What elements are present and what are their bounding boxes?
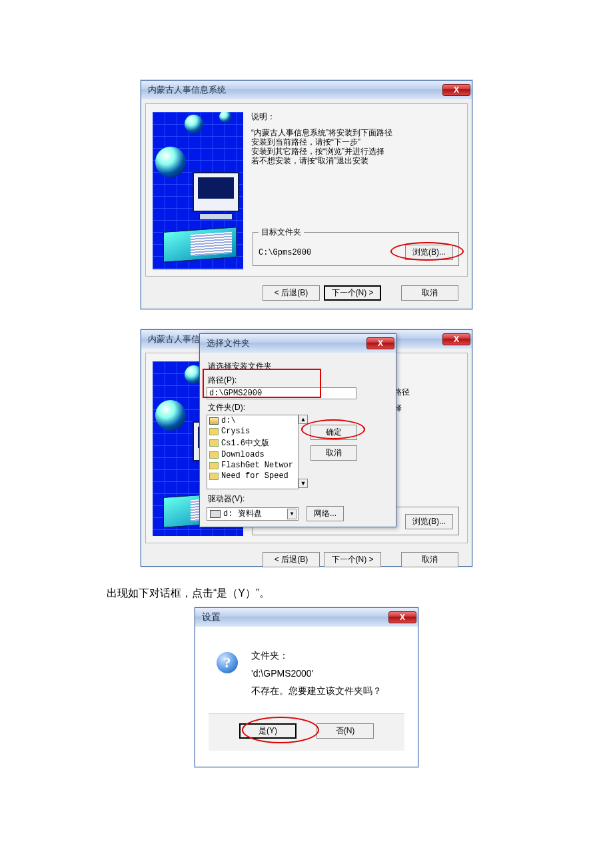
path-label: 路径(P): <box>208 375 389 386</box>
wizard-footer: < 后退(B) 下一个(N) > 取消 <box>145 547 468 571</box>
explain-line: 若不想安装，请按“取消”退出安装 <box>251 156 460 165</box>
message-line: 不存在。您要建立该文件夹吗？ <box>251 682 404 700</box>
folders-label: 文件夹(D): <box>208 402 389 413</box>
list-item-label: d:\ <box>221 416 236 425</box>
folder-icon <box>209 451 219 459</box>
browse-button[interactable]: 浏览(B)... <box>405 514 453 529</box>
document-caption: 出现如下对话框，点击“是（Y）”。 <box>0 587 613 601</box>
message-line: 文件夹： <box>251 647 404 665</box>
no-button[interactable]: 否(N) <box>316 723 374 739</box>
next-button[interactable]: 下一个(N) > <box>324 285 381 301</box>
list-item[interactable]: Need for Speed <box>207 471 298 481</box>
explain-heading: 说明： <box>251 112 460 121</box>
back-button[interactable]: < 后退(B) <box>263 552 320 567</box>
explain-line: “内蒙古人事信息系统”将安装到下面路径 <box>251 128 460 137</box>
back-button[interactable]: < 后退(B) <box>263 285 320 301</box>
list-item[interactable]: d:\ <box>207 415 298 426</box>
installer-body: 说明： “内蒙古人事信息系统”将安装到下面路径 安装到当前路径，请按“下一步” … <box>145 103 468 277</box>
monitor-icon <box>193 172 239 212</box>
cancel-button[interactable]: 取消 <box>401 285 458 301</box>
network-button[interactable]: 网络... <box>306 506 344 521</box>
target-folder-fieldset: 目标文件夹 C:\Gpms2000 浏览(B)... <box>253 227 459 266</box>
list-item-label: FlashGet Networ <box>221 461 293 470</box>
explain-line: 安装到其它路径，按“浏览”并进行选择 <box>251 147 460 156</box>
cancel-button[interactable]: 取消 <box>401 552 458 567</box>
titlebar: 选择文件夹 X <box>200 334 396 353</box>
next-button[interactable]: 下一个(N) > <box>324 552 381 567</box>
keyboard-icon <box>163 227 237 263</box>
dialog-title: 选择文件夹 <box>207 337 366 349</box>
close-icon[interactable]: X <box>442 84 470 96</box>
dialog-body: ? 文件夹： 'd:\GPMS2000' 不存在。您要建立该文件夹吗？ 是(Y)… <box>195 627 418 767</box>
scroll-up-icon[interactable]: ▲ <box>299 415 308 424</box>
list-item[interactable]: Downloads <box>207 449 298 460</box>
folder-icon <box>209 439 219 447</box>
titlebar: 内蒙古人事信息系统 X <box>141 81 472 99</box>
close-icon[interactable]: X <box>388 611 416 623</box>
window-title: 内蒙古人事信息系统 <box>148 84 442 96</box>
target-path: C:\Gpms2000 <box>259 248 405 257</box>
select-folder-dialog: 选择文件夹 X 请选择安装文件夹 路径(P): 文件夹(D): d:\ Crys… <box>199 333 396 527</box>
installer-step-window: 内蒙古人事信息系统 X 说明： “内蒙古人事信息系统”将安装到下面路径 安装到当… <box>141 80 472 309</box>
question-icon: ? <box>217 652 238 673</box>
dialog-title: 设置 <box>202 611 388 623</box>
installer-side-image <box>153 112 243 269</box>
folder-icon <box>209 473 219 480</box>
ok-button[interactable]: 确定 <box>310 425 357 440</box>
list-item[interactable]: Cs1.6中文版 <box>207 437 298 449</box>
list-item-label: Crysis <box>221 427 250 436</box>
close-icon[interactable]: X <box>442 333 470 345</box>
list-item-label: Cs1.6中文版 <box>221 437 269 449</box>
drive-icon <box>209 417 219 425</box>
scroll-down-icon[interactable]: ▼ <box>299 479 308 488</box>
target-legend: 目标文件夹 <box>259 227 304 238</box>
browse-button[interactable]: 浏览(B)... <box>405 245 453 260</box>
chevron-down-icon[interactable]: ▾ <box>287 509 297 519</box>
installer-with-folder-dialog: 内蒙古人事信 X 面路径 选择 浏览(B)... < 后退(B) 下一个(N) … <box>141 329 472 567</box>
explain-line: 安装到当前路径，请按“下一步” <box>251 137 460 147</box>
yes-button[interactable]: 是(Y) <box>239 723 297 739</box>
explain-text: 说明： “内蒙古人事信息系统”将安装到下面路径 安装到当前路径，请按“下一步” … <box>251 112 460 165</box>
wizard-footer: < 后退(B) 下一个(N) > 取消 <box>145 281 468 305</box>
titlebar: 设置 X <box>195 608 418 627</box>
settings-confirm-dialog: 设置 X ? 文件夹： 'd:\GPMS2000' 不存在。您要建立该文件夹吗？… <box>195 607 418 767</box>
message-line: 'd:\GPMS2000' <box>251 665 404 683</box>
drive-icon <box>210 510 221 518</box>
list-item-label: Downloads <box>221 450 265 459</box>
folder-icon <box>209 462 219 469</box>
dialog-body: 请选择安装文件夹 路径(P): 文件夹(D): d:\ Crysis Cs1.6… <box>200 353 396 527</box>
cancel-button[interactable]: 取消 <box>310 445 357 461</box>
path-input[interactable] <box>207 387 356 399</box>
drive-value: d: 资料盘 <box>223 509 262 519</box>
instruction-label: 请选择安装文件夹 <box>208 361 389 372</box>
list-item[interactable]: FlashGet Networ <box>207 460 298 471</box>
list-item-label: Need for Speed <box>221 471 289 481</box>
drive-label: 驱动器(V): <box>208 493 389 505</box>
close-icon[interactable]: X <box>366 337 394 349</box>
list-item[interactable]: Crysis <box>207 426 298 437</box>
folder-icon <box>209 428 219 435</box>
folder-listbox[interactable]: d:\ Crysis Cs1.6中文版 Downloads FlashGet N… <box>207 415 299 489</box>
drive-combobox[interactable]: d: 资料盘 ▾ <box>207 507 299 521</box>
